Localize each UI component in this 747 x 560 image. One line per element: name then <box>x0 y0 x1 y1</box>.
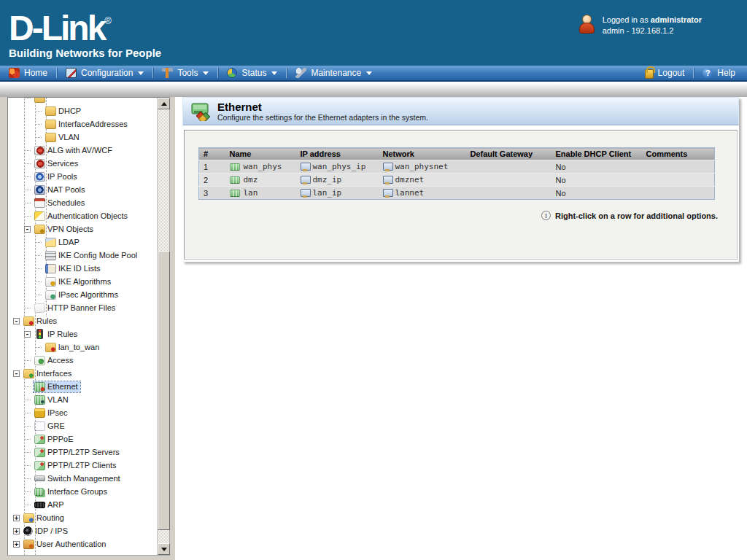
cell-value: lan <box>244 188 258 198</box>
tree-item-vpn-objects[interactable]: -VPN Objects <box>8 222 157 236</box>
nav-item-maintenance[interactable]: Maintenance <box>287 66 381 80</box>
nav-item-status[interactable]: Status <box>218 66 286 80</box>
cell-value: dmznet <box>395 175 425 184</box>
tree-item-gre[interactable]: GRE <box>8 419 157 432</box>
tree-item-label: Ethernet <box>47 382 78 391</box>
tree-scrollbar[interactable] <box>157 98 169 555</box>
collapse-icon[interactable]: - <box>24 226 31 233</box>
tree-connector <box>24 98 31 98</box>
tree-item-clipped[interactable] <box>8 98 157 104</box>
tree-item-ip-rules[interactable]: -IP Rules <box>8 327 157 341</box>
tree-item-access[interactable]: Access <box>8 354 157 367</box>
vpn-objects-icon <box>34 225 45 234</box>
login-info: Logged in as administrator admin - 192.1… <box>578 15 702 36</box>
tree-item-ike-id-lists[interactable]: IKE ID Lists <box>8 262 157 275</box>
interfaces-icon <box>23 369 34 378</box>
routing-icon <box>23 513 34 523</box>
expand-icon[interactable]: + <box>13 528 20 534</box>
tree-item-arp[interactable]: ARP <box>8 498 157 511</box>
collapse-icon[interactable]: - <box>13 318 20 324</box>
services-icon <box>34 159 45 168</box>
tree-connector <box>24 413 31 413</box>
gre-icon <box>34 421 45 431</box>
tree-item-schedules[interactable]: Schedules <box>8 196 157 209</box>
tree-item-lan-to-wan[interactable]: lan_to_wan <box>8 341 157 354</box>
cell-ip-address: dmz_ip <box>296 174 379 187</box>
tree-item-vlan[interactable]: VLAN <box>8 131 157 144</box>
login-address: admin - 192.168.1.2 <box>603 26 702 36</box>
ike-config-mode-pool-icon <box>45 251 56 260</box>
tree-connector <box>24 386 31 387</box>
tree-item-ipsec-algorithms[interactable]: IPsec Algorithms <box>8 288 157 301</box>
tree-item-ike-algorithms[interactable]: IKE Algorithms <box>8 275 157 288</box>
tree-item-idp-ips[interactable]: +IDP / IPS <box>8 524 157 537</box>
logout-button[interactable]: Logout <box>636 66 694 80</box>
nav-item-configuration[interactable]: Configuration <box>57 66 152 80</box>
help-button[interactable]: ? Help <box>694 66 747 80</box>
tree-item-alg-with-av-wcf[interactable]: ALG with AV/WCF <box>8 144 157 157</box>
tree-item-services[interactable]: Services <box>8 157 157 170</box>
tree-item-content: User Authentication <box>23 539 108 550</box>
tree-connector <box>35 137 42 138</box>
tree-item-content: IKE ID Lists <box>44 263 102 274</box>
tree-item-ip-pools[interactable]: IP Pools <box>8 170 157 183</box>
tree-item-content: lan_to_wan <box>44 342 101 353</box>
cell-value: dmz_ip <box>313 175 342 184</box>
info-icon: ! <box>541 211 551 220</box>
tree-item-routing[interactable]: +Routing <box>8 511 157 524</box>
tree-item-authentication-objects[interactable]: Authentication Objects <box>8 209 157 222</box>
host-icon <box>383 189 392 198</box>
cell-network: lannet <box>379 187 466 200</box>
tree-item-rules[interactable]: -Rules <box>8 314 157 327</box>
tree-item-label: IKE Config Mode Pool <box>58 251 137 260</box>
expand-icon[interactable]: + <box>13 515 20 521</box>
tree-item-content: IP Rules <box>34 328 80 340</box>
tree-item-label: Authentication Objects <box>47 211 128 220</box>
tree-connector <box>35 255 42 256</box>
page-title: Ethernet <box>217 101 428 113</box>
tree-item-ethernet[interactable]: Ethernet <box>8 380 157 393</box>
cell-default-gateway <box>466 160 551 174</box>
tree-item-interfaceaddresses[interactable]: InterfaceAddresses <box>8 117 157 131</box>
column-header-name: Name <box>225 148 296 160</box>
tree-connector <box>24 465 31 466</box>
cell-value: wan_phys_ip <box>313 162 366 171</box>
header-banner: D-Link® Building Networks for People Log… <box>0 0 747 66</box>
tree-item-nat-pools[interactable]: NAT Pools <box>8 183 157 196</box>
tree-item-vlan[interactable]: VLAN <box>8 393 157 406</box>
table-row-lan[interactable]: 3lanlan_iplannetNo <box>199 187 715 200</box>
ethernet-icon <box>34 382 45 392</box>
column-header-network: Network <box>379 148 466 160</box>
tree-connector <box>35 242 42 243</box>
expand-icon[interactable]: + <box>13 541 20 548</box>
column-header-ip-address: IP address <box>296 148 379 160</box>
collapse-icon[interactable]: - <box>24 331 31 338</box>
tree-item-interfaces[interactable]: -Interfaces <box>8 367 157 380</box>
scroll-up-button[interactable] <box>158 98 170 109</box>
tree-item-http-banner-files[interactable]: HTTP Banner Files <box>8 301 157 314</box>
tree-item-interface-groups[interactable]: Interface Groups <box>8 485 157 498</box>
tree-connector <box>24 203 31 203</box>
tree-item-switch-management[interactable]: Switch Management <box>8 472 157 485</box>
tree-item-user-authentication[interactable]: +User Authentication <box>8 537 157 551</box>
nav-item-home[interactable]: Home <box>0 66 56 80</box>
table-row-wan-phys[interactable]: 1wan_physwan_phys_ipwan_physnetNo <box>199 160 715 174</box>
table-row-dmz[interactable]: 2dmzdmz_ipdmznetNo <box>199 174 715 187</box>
nav-item-tools[interactable]: Tools <box>153 66 217 80</box>
home-icon <box>9 68 20 78</box>
collapse-icon[interactable]: - <box>13 370 20 377</box>
tree-item-dhcp[interactable]: DHCP <box>8 104 157 117</box>
clipped-icon <box>34 98 45 103</box>
scroll-down-button[interactable] <box>158 543 170 555</box>
tree-item-pptp-l2tp-clients[interactable]: PPTP/L2TP Clients <box>8 459 157 472</box>
pppoe-icon <box>34 435 45 444</box>
tree-item-ipsec[interactable]: IPsec <box>8 406 157 419</box>
page-body: #NameIP addressNetworkDefault GatewayEna… <box>182 125 739 262</box>
tree-item-ldap[interactable]: LDAP <box>8 236 157 249</box>
scrollbar-thumb[interactable] <box>158 251 170 530</box>
cell-ip-address: lan_ip <box>296 187 379 200</box>
tree-item-pptp-l2tp-servers[interactable]: PPTP/L2TP Servers <box>8 446 157 459</box>
tree-item-ike-config-mode-pool[interactable]: IKE Config Mode Pool <box>8 249 157 262</box>
tree-connector <box>24 491 31 492</box>
tree-item-pppoe[interactable]: PPPoE <box>8 432 157 446</box>
